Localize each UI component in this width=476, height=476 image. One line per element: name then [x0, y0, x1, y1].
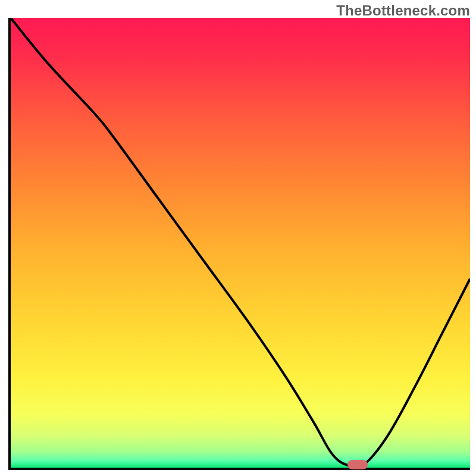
watermark-label: TheBottleneck.com	[336, 2, 470, 19]
bottleneck-curve	[11, 18, 470, 468]
plot-area	[8, 18, 470, 470]
chart-container: TheBottleneck.com	[0, 0, 476, 476]
optimal-point-marker	[347, 460, 368, 469]
